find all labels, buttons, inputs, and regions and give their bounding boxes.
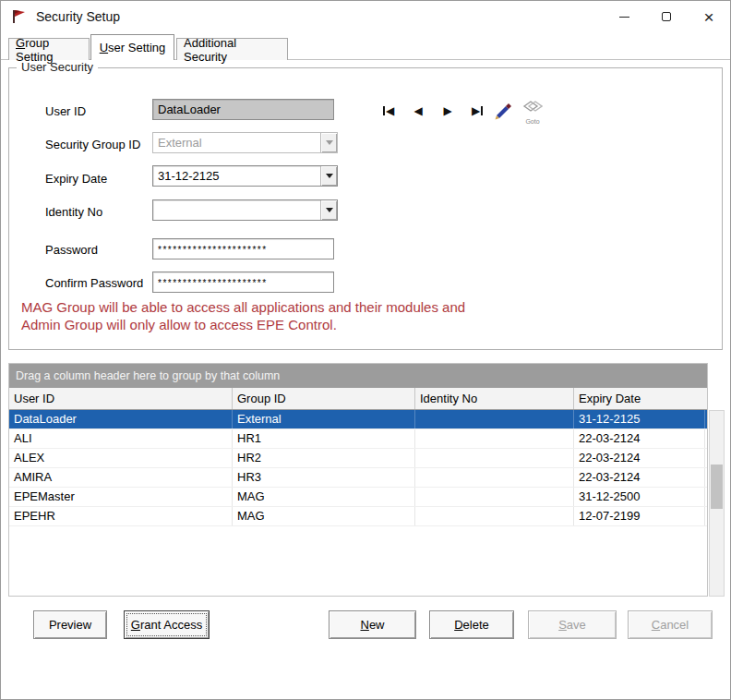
table-cell: 31-12-2125 xyxy=(574,410,705,428)
column-header-identity-no[interactable]: Identity No xyxy=(415,388,574,409)
security-group-id-value: External xyxy=(153,133,320,152)
maximize-button[interactable] xyxy=(645,1,688,32)
grid-header-row: User ID Group ID Identity No Expiry Date xyxy=(9,388,707,410)
confirm-password-input[interactable] xyxy=(152,272,334,293)
tab-user-setting[interactable]: User Setting xyxy=(90,34,174,60)
app-icon xyxy=(10,7,29,26)
maximize-icon xyxy=(662,12,671,21)
table-cell: External xyxy=(233,410,415,428)
grid-rows: DataLoaderExternal31-12-2125ALIHR122-03-… xyxy=(9,410,707,526)
close-button[interactable]: × xyxy=(688,1,730,32)
identity-no-combo[interactable] xyxy=(152,199,338,221)
chevron-down-icon xyxy=(326,140,333,145)
tab-user-setting-label: U xyxy=(100,41,108,54)
identity-no-value xyxy=(153,200,320,220)
user-id-input[interactable] xyxy=(152,99,334,120)
scrollbar-thumb[interactable] xyxy=(711,465,723,509)
nav-first-bar xyxy=(383,106,385,115)
table-cell: 22-03-2124 xyxy=(574,468,705,487)
table-row[interactable]: ALEXHR222-03-2124 xyxy=(9,449,707,468)
expiry-date-value: 31-12-2125 xyxy=(153,166,320,186)
minimize-button[interactable] xyxy=(603,1,645,32)
confirm-password-label: Confirm Password xyxy=(45,276,143,290)
tab-additional-security[interactable]: Additional Security xyxy=(176,38,288,60)
goto-label: Goto xyxy=(521,118,545,125)
table-cell: ALI xyxy=(9,429,233,448)
security-group-id-label: Security Group ID xyxy=(45,138,140,151)
nav-last-button[interactable]: ▶ xyxy=(466,103,488,119)
table-row[interactable]: DataLoaderExternal31-12-2125 xyxy=(9,410,707,429)
expiry-date-label: Expiry Date xyxy=(45,172,107,186)
table-row[interactable]: EPEHRMAG12-07-2199 xyxy=(9,507,707,526)
pen-icon xyxy=(492,99,514,121)
chevron-down-icon xyxy=(326,208,333,212)
new-button[interactable]: New xyxy=(329,610,416,639)
delete-button[interactable]: Delete xyxy=(429,610,514,639)
table-cell: MAG xyxy=(233,507,415,525)
grid-vertical-scrollbar[interactable] xyxy=(709,410,725,597)
tab-additional-security-label: Additional Security xyxy=(184,36,281,64)
goto-icon xyxy=(522,99,543,114)
titlebar: Security Setup × xyxy=(1,1,730,32)
table-cell: MAG xyxy=(233,488,415,506)
record-navigator: ◀ ◀ ▶ ▶ xyxy=(377,103,488,119)
expiry-date-dropdown-button[interactable] xyxy=(320,166,337,186)
nav-prev-icon: ◀ xyxy=(413,104,422,117)
tab-group-setting-label: G xyxy=(16,36,25,50)
table-cell: EPEHR xyxy=(9,507,233,525)
table-cell xyxy=(415,488,574,506)
table-cell: HR1 xyxy=(233,429,415,448)
nav-next-button[interactable]: ▶ xyxy=(437,103,459,119)
window-title: Security Setup xyxy=(36,9,120,24)
user-grid: Drag a column header here to group by th… xyxy=(8,363,708,597)
password-input[interactable] xyxy=(152,238,334,259)
close-icon: × xyxy=(703,8,713,26)
nav-last-icon: ▶ xyxy=(472,104,480,117)
table-cell: 22-03-2124 xyxy=(574,449,705,467)
minimize-icon xyxy=(619,17,629,18)
security-group-id-combo[interactable]: External xyxy=(152,132,338,153)
tab-group-setting[interactable]: Group Setting xyxy=(8,38,90,60)
preview-button[interactable]: Preview xyxy=(33,610,107,639)
goto-button[interactable]: Goto xyxy=(521,99,545,125)
access-info-line1: MAG Group will be able to access all app… xyxy=(21,298,465,316)
table-row[interactable]: AMIRAHR322-03-2124 xyxy=(9,468,707,488)
table-cell: EPEMaster xyxy=(9,488,233,506)
security-setup-window: Security Setup × Group Setting User Sett… xyxy=(0,0,731,700)
table-cell xyxy=(415,410,574,428)
table-cell xyxy=(415,449,574,467)
security-group-id-dropdown-button[interactable] xyxy=(320,133,337,152)
table-row[interactable]: EPEMasterMAG31-12-2500 xyxy=(9,488,707,507)
nav-first-button[interactable]: ◀ xyxy=(377,103,400,119)
identity-no-dropdown-button[interactable] xyxy=(320,200,337,220)
table-cell: 12-07-2199 xyxy=(574,507,705,525)
access-info-message: MAG Group will be able to access all app… xyxy=(21,298,465,333)
nav-first-icon: ◀ xyxy=(386,104,394,117)
chevron-down-icon xyxy=(326,174,333,178)
window-controls: × xyxy=(603,1,730,32)
column-header-user-id[interactable]: User ID xyxy=(9,388,233,409)
table-row[interactable]: ALIHR122-03-2124 xyxy=(9,429,707,449)
identity-no-label: Identity No xyxy=(45,205,102,219)
user-id-label: User ID xyxy=(45,104,86,118)
nav-prev-button[interactable]: ◀ xyxy=(407,103,429,119)
column-header-group-id[interactable]: Group ID xyxy=(233,388,415,409)
table-cell xyxy=(415,507,574,525)
table-cell: DataLoader xyxy=(9,410,233,428)
table-cell: HR2 xyxy=(233,449,415,467)
save-button[interactable]: Save xyxy=(528,610,617,639)
grant-access-button[interactable]: Grant Access xyxy=(124,610,210,639)
edit-pen-button[interactable] xyxy=(492,99,514,125)
access-info-line2: Admin Group will only allow to access EP… xyxy=(21,316,465,333)
table-cell xyxy=(415,468,574,487)
table-cell xyxy=(415,429,574,448)
cancel-button[interactable]: Cancel xyxy=(628,610,713,639)
table-cell: HR3 xyxy=(233,468,415,487)
table-cell: 22-03-2124 xyxy=(574,429,705,448)
column-header-expiry-date[interactable]: Expiry Date xyxy=(574,388,705,409)
nav-last-bar xyxy=(481,106,483,115)
groupby-bar[interactable]: Drag a column header here to group by th… xyxy=(9,364,707,388)
expiry-date-combo[interactable]: 31-12-2125 xyxy=(152,165,338,187)
nav-next-icon: ▶ xyxy=(443,104,451,117)
table-cell: ALEX xyxy=(9,449,233,467)
